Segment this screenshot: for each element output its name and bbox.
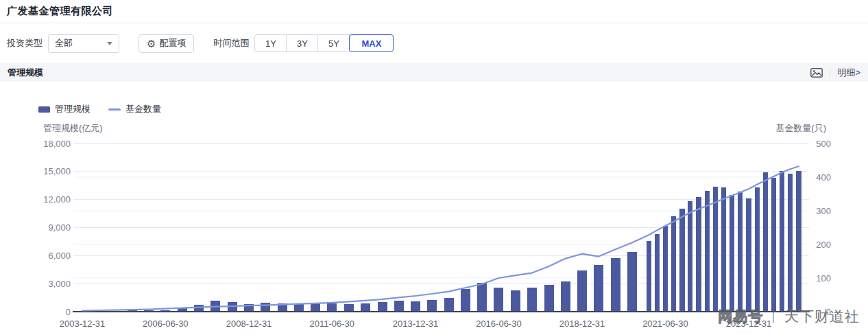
section-header: 管理规模 明细> [0,63,868,82]
svg-text:2008-12-31: 2008-12-31 [226,319,272,329]
bar-swatch [38,106,50,113]
svg-text:15,000: 15,000 [43,166,71,176]
chart-image-icon[interactable] [810,68,823,78]
svg-text:2006-06-30: 2006-06-30 [143,319,189,329]
svg-text:400: 400 [816,172,831,183]
svg-text:2018-12-31: 2018-12-31 [559,319,605,329]
legend-label: 管理规模 [55,103,91,115]
svg-text:18,000: 18,000 [43,139,71,149]
svg-text:2023-12-31: 2023-12-31 [726,319,772,329]
svg-text:500: 500 [816,139,831,149]
legend-item-aum[interactable]: 管理规模 [38,103,91,115]
line-swatch [108,108,121,111]
svg-text:3,000: 3,000 [48,279,71,289]
section-title: 管理规模 [8,67,43,79]
time-button-1y[interactable]: 1Y [254,34,287,52]
page-title: 广发基金管理有限公司 [7,5,113,18]
svg-text:0: 0 [66,307,71,317]
toolbar: 投资类型 全部 ⚙ 配置项 时间范围 1Y3Y5YMAX [0,23,868,63]
aum-chart[interactable]: 03,0006,0009,00012,00015,00018,000010020… [0,82,868,335]
time-button-max[interactable]: MAX [349,34,394,52]
investment-type-select[interactable]: 全部 [48,34,119,53]
investment-type-value: 全部 [55,37,73,49]
legend-item-fund-count[interactable]: 基金数量 [108,103,161,115]
time-button-5y[interactable]: 5Y [317,34,350,52]
chevron-down-icon [107,42,112,45]
chart-legend: 管理规模基金数量 [38,103,161,115]
detail-link[interactable]: 明细> [837,67,860,79]
legend-label: 基金数量 [125,103,161,115]
investment-type-label: 投资类型 [7,37,43,49]
svg-text:9,000: 9,000 [48,222,71,233]
svg-text:2021-06-30: 2021-06-30 [642,319,688,329]
svg-text:12,000: 12,000 [43,194,71,205]
svg-text:2013-12-31: 2013-12-31 [393,319,439,329]
page-header: 广发基金管理有限公司 [0,0,868,23]
time-range-group: 1Y3Y5YMAX [254,34,394,52]
svg-text:6,000: 6,000 [48,251,71,261]
right-axis-title: 基金数量(只) [775,122,826,135]
gear-icon: ⚙ [147,38,156,49]
time-button-3y[interactable]: 3Y [286,34,318,52]
section-header-actions: 明细> [810,67,860,79]
config-button-label: 配置项 [159,37,186,49]
svg-text:2016-06-30: 2016-06-30 [476,319,522,329]
divider [830,69,830,77]
svg-text:0: 0 [826,307,831,317]
svg-text:200: 200 [816,240,831,250]
svg-text:300: 300 [816,206,831,216]
svg-text:2011-06-30: 2011-06-30 [310,319,355,329]
time-range-label: 时间范围 [213,37,249,49]
svg-text:100: 100 [816,273,831,284]
svg-text:2003-12-31: 2003-12-31 [60,319,106,329]
left-axis-title: 管理规模(亿元) [43,122,103,135]
config-button[interactable]: ⚙ 配置项 [138,34,194,53]
aum-chart-panel: 管理规模基金数量 管理规模(亿元) 基金数量(只) 03,0006,0009,0… [0,82,868,335]
